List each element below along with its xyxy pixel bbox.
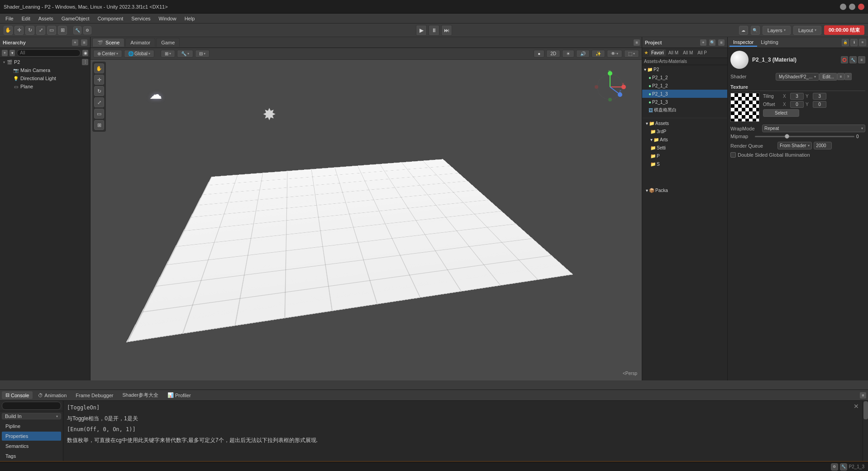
console-close-btn[interactable]: ✕ (854, 403, 859, 410)
hand-handle[interactable]: ✋ (94, 63, 104, 73)
breadcrumb-materials[interactable]: Materials (668, 59, 687, 64)
hierarchy-down-btn[interactable]: ▾ (10, 50, 15, 56)
wrapmode-dropdown[interactable]: Repeat ▾ (762, 125, 865, 132)
pause-btn[interactable]: ⏸ (429, 25, 439, 36)
nav-item-pipline[interactable]: Pipline (2, 422, 61, 431)
transform-tool-btn[interactable]: ⊞ (58, 26, 67, 35)
menu-edit[interactable]: Edit (18, 15, 34, 22)
menu-file[interactable]: File (2, 15, 17, 22)
nav-item-tags[interactable]: Tags (2, 452, 61, 461)
scene-gizmo[interactable]: X Y Z (592, 69, 628, 105)
2d-btn[interactable]: 2D (546, 50, 560, 58)
tab-inspector[interactable]: Inspector (730, 38, 757, 47)
menu-assets[interactable]: Assets (35, 15, 57, 22)
texture-preview[interactable] (730, 93, 759, 122)
menu-services[interactable]: Services (128, 15, 154, 22)
tab-console[interactable]: ⊟ Console (2, 391, 33, 399)
project-item-assets[interactable]: ▾ 📁 Assets (644, 119, 725, 127)
hierarchy-search[interactable] (17, 49, 81, 57)
all-handle[interactable]: ⊞ (94, 120, 104, 130)
all-prefabs-tab[interactable]: All P (696, 49, 709, 56)
step-btn[interactable]: ⏭ (441, 25, 452, 36)
all-models-tab[interactable]: All M (681, 49, 695, 56)
audio-btn[interactable]: 🔊 (576, 50, 590, 58)
material-icon-btn2[interactable]: 🔧 (849, 56, 857, 63)
mipmap-thumb[interactable] (785, 134, 789, 139)
project-item-p2-folder[interactable]: ▾ 📁 P2 (642, 65, 727, 73)
shader-help-icon[interactable]: ? (844, 73, 852, 80)
mipmap-slider[interactable] (755, 136, 854, 137)
minimize-btn[interactable] (840, 4, 846, 10)
tab-lighting[interactable]: Lighting (757, 38, 782, 47)
console-scroll-thumb[interactable] (863, 401, 868, 419)
breadcrumb-assets[interactable]: Assets (644, 59, 658, 64)
menu-gameobject[interactable]: GameObject (58, 15, 93, 22)
project-item-checker[interactable]: 🖼 棋盘格黑白 (642, 106, 727, 114)
tab-animation[interactable]: ⏱ Animation (34, 392, 70, 399)
all-materials-tab[interactable]: All M (667, 49, 680, 56)
collab-icon[interactable]: ☁ (739, 26, 748, 35)
hierarchy-menu-btn[interactable]: ≡ (81, 39, 87, 46)
search-toolbar-icon[interactable]: 🔍 (751, 26, 760, 35)
layout-dropdown[interactable]: Layout ▾ (793, 26, 821, 35)
space-dropdown[interactable]: 🌐 Global ▾ (124, 50, 154, 58)
p2-menu-btn[interactable]: ⋮ (82, 59, 88, 65)
double-sided-checkbox[interactable] (730, 152, 736, 158)
scale-tool-btn[interactable]: ⤢ (36, 26, 45, 35)
maximize-btn[interactable] (849, 4, 855, 10)
project-item-settings[interactable]: 📁 Setti (644, 144, 725, 152)
window-controls[interactable] (840, 4, 864, 10)
project-item-p2-1-3b[interactable]: ● P2_1_3 (642, 98, 727, 106)
tab-animator[interactable]: Animator (125, 38, 155, 47)
hierarchy-item-plane[interactable]: ▭ Plane (0, 82, 90, 91)
grid-dropdown[interactable]: ⊞▾ (161, 50, 175, 58)
project-item-p2-1-2b[interactable]: ● P2_1_2 (642, 82, 727, 90)
material-icon-btn1[interactable]: ⭕ (841, 56, 848, 63)
inspector-info-btn[interactable]: ℹ (850, 39, 858, 46)
hierarchy-filter-btn[interactable]: ◉ (82, 50, 88, 56)
lighting-btn[interactable]: ☀ (562, 50, 574, 58)
material-icon-btn3[interactable]: ≡ (858, 56, 865, 63)
favorites-tab[interactable]: Favori (649, 49, 666, 56)
nav-item-properties[interactable]: Properties (2, 432, 61, 441)
scene-menu-btn[interactable]: ≡ (634, 39, 640, 46)
record-btn[interactable]: 00:00:00 结束 (824, 25, 864, 35)
tiling-y-input[interactable] (813, 93, 826, 100)
close-btn[interactable] (858, 4, 864, 10)
hierarchy-add-small-btn[interactable]: + (2, 50, 8, 56)
fx-btn[interactable]: ✨ (591, 50, 605, 58)
snap-dropdown[interactable]: 🔧▾ (177, 50, 193, 58)
project-search-btn[interactable]: 🔍 (709, 39, 715, 46)
tab-game[interactable]: Game (156, 38, 180, 47)
nav-item-semantics[interactable]: Semantics (2, 442, 61, 451)
tiling-x-input[interactable] (790, 93, 804, 100)
gizmo-dropdown[interactable]: ● (534, 50, 544, 58)
offset-y-input[interactable] (813, 101, 826, 108)
pivot-dropdown[interactable]: ⊕ Center ▾ (93, 50, 122, 58)
hierarchy-item-camera[interactable]: 📷 Main Camera (0, 66, 90, 74)
offset-x-input[interactable] (790, 101, 804, 108)
hierarchy-item-p2[interactable]: ▾ 🎬 P2 ⋮ (0, 58, 90, 66)
rect-tool-btn[interactable]: ▭ (47, 26, 56, 35)
project-item-p2-1-2a[interactable]: ● P2_1_2 (642, 73, 727, 82)
tab-shader-ref[interactable]: Shader参考大全 (119, 391, 162, 399)
project-item-packages[interactable]: ▾ 📦 Packa (644, 186, 725, 194)
project-item-p[interactable]: 📁 P (644, 152, 725, 160)
expand-arrow-p2[interactable]: ▾ (2, 60, 6, 64)
shader-settings-icon[interactable]: ≡ (837, 73, 844, 80)
layers-dropdown[interactable]: Layers ▾ (763, 26, 791, 35)
scale-handle[interactable]: ⤢ (94, 97, 104, 107)
undo-icon[interactable]: 🔧 (73, 26, 81, 34)
breadcrumb-arts[interactable]: Arts (659, 59, 667, 64)
menu-window[interactable]: Window (155, 15, 180, 22)
bottom-menu-btn[interactable]: ≡ (860, 392, 866, 399)
move-tool-btn[interactable]: ✛ (14, 26, 24, 35)
inspector-lock-btn[interactable]: 🔒 (842, 39, 849, 46)
project-item-arts[interactable]: ▾ 📁 Arts (644, 135, 725, 144)
project-item-s[interactable]: 📁 S (644, 160, 725, 168)
shader-edit-btn[interactable]: Edit... (819, 73, 837, 81)
tab-scene[interactable]: 🎬 Scene (92, 38, 124, 47)
project-item-p2-1-3a[interactable]: ● P2_1_3 (642, 90, 727, 98)
hand-tool-btn[interactable]: ✋ (4, 26, 13, 35)
project-menu-btn[interactable]: ≡ (718, 39, 725, 46)
